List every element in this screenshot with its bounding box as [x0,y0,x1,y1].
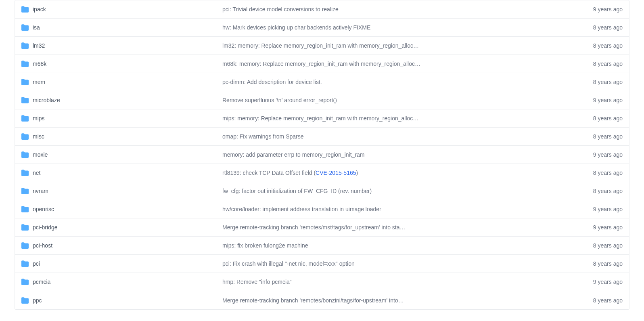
folder-icon-cell [21,78,33,86]
commit-age: 9 years ago [578,97,623,103]
file-name-cell: microblaze [33,97,222,103]
commit-message-link[interactable]: rtl8139: check TCP Data Offset field (CV… [222,170,358,176]
folder-icon [21,133,29,140]
folder-link[interactable]: openrisc [33,206,54,212]
commit-message-cell: m68k: memory: Replace memory_region_init… [222,61,578,67]
commit-message-link[interactable]: memory: add parameter errp to memory_reg… [222,151,364,158]
commit-message-link[interactable]: omap: Fix warnings from Sparse [222,133,304,140]
folder-link[interactable]: misc [33,133,44,140]
folder-icon-cell [21,151,33,158]
folder-icon-cell [21,24,33,31]
folder-icon [21,187,29,195]
folder-icon-cell [21,242,33,249]
commit-message-link[interactable]: mips: memory: Replace memory_region_init… [222,115,418,122]
table-row: isahw: Mark devices picking up char back… [15,19,629,37]
commit-message-cell: Remove superfluous '\n' around error_rep… [222,97,578,103]
folder-icon [21,24,29,31]
commit-message-cell: mips: fix broken fulong2e machine [222,242,578,249]
commit-message-link[interactable]: Remove superfluous '\n' around error_rep… [222,97,337,103]
file-name-cell: pci [33,260,222,267]
table-row: lm32lm32: memory: Replace memory_region_… [15,37,629,55]
table-row: openrischw/core/loader: implement addres… [15,200,629,218]
folder-icon-cell [21,42,33,49]
commit-message-link[interactable]: Merge remote-tracking branch 'remotes/ms… [222,224,406,231]
folder-link[interactable]: pci [33,260,40,267]
commit-message-link[interactable]: hmp: Remove "info pcmcia" [222,279,292,285]
file-name-cell: lm32 [33,42,222,49]
commit-message-cell: rtl8139: check TCP Data Offset field (CV… [222,170,578,176]
file-name-cell: ppc [33,297,222,304]
folder-icon-cell [21,187,33,195]
commit-message-cell: omap: Fix warnings from Sparse [222,133,578,140]
commit-message-cell: Merge remote-tracking branch 'remotes/bo… [222,297,578,304]
folder-link[interactable]: net [33,170,40,176]
folder-link[interactable]: moxie [33,151,48,158]
folder-link[interactable]: lm32 [33,42,45,49]
file-name-cell: net [33,170,222,176]
commit-age: 9 years ago [578,279,623,285]
folder-icon [21,42,29,49]
table-row: ipackpci: Trivial device model conversio… [15,0,629,19]
folder-link[interactable]: pcmcia [33,279,50,285]
commit-message-link[interactable]: mips: fix broken fulong2e machine [222,242,308,249]
folder-link[interactable]: nvram [33,188,48,194]
commit-message-cell: lm32: memory: Replace memory_region_init… [222,42,578,49]
folder-link[interactable]: pci-bridge [33,224,57,231]
table-row: pci-hostmips: fix broken fulong2e machin… [15,237,629,255]
file-name-cell: moxie [33,151,222,158]
commit-message-link[interactable]: fw_cfg: factor out initialization of FW_… [222,188,372,194]
folder-icon [21,6,29,13]
commit-message-cell: pci: Trivial device model conversions to… [222,6,578,13]
folder-icon [21,169,29,176]
table-row: ppcMerge remote-tracking branch 'remotes… [15,291,629,309]
commit-message-link[interactable]: m68k: memory: Replace memory_region_init… [222,61,420,67]
commit-message-cell: hw/core/loader: implement address transl… [222,206,578,212]
file-name-cell: m68k [33,61,222,67]
folder-link[interactable]: mem [33,79,45,85]
commit-message-link[interactable]: lm32: memory: Replace memory_region_init… [222,42,419,49]
table-row: pci-bridgeMerge remote-tracking branch '… [15,218,629,237]
table-row: pcipci: Fix crash with illegal "-net nic… [15,255,629,273]
table-row: moxiememory: add parameter errp to memor… [15,146,629,164]
folder-icon-cell [21,97,33,104]
table-row: nvramfw_cfg: factor out initialization o… [15,182,629,200]
commit-message-link[interactable]: hw/core/loader: implement address transl… [222,206,381,212]
commit-age: 8 years ago [578,115,623,122]
folder-link[interactable]: ipack [33,6,46,13]
file-name-cell: pcmcia [33,279,222,285]
commit-message-link[interactable]: pci: Trivial device model conversions to… [222,6,339,13]
folder-link[interactable]: mips [33,115,45,122]
table-row: mipsmips: memory: Replace memory_region_… [15,109,629,128]
table-row: mempc-dimm: Add description for device l… [15,73,629,91]
file-name-cell: pci-host [33,242,222,249]
commit-age: 8 years ago [578,242,623,249]
folder-icon-cell [21,297,33,304]
commit-age: 9 years ago [578,224,623,231]
table-row: pcmciahmp: Remove "info pcmcia"9 years a… [15,273,629,291]
folder-link[interactable]: isa [33,24,40,31]
commit-message-link[interactable]: Merge remote-tracking branch 'remotes/bo… [222,297,404,304]
file-name-cell: openrisc [33,206,222,212]
folder-link[interactable]: microblaze [33,97,60,103]
folder-link[interactable]: m68k [33,61,46,67]
file-name-cell: pci-bridge [33,224,222,231]
folder-icon-cell [21,278,33,285]
folder-link[interactable]: ppc [33,297,42,304]
commit-age: 8 years ago [578,42,623,49]
folder-icon [21,297,29,304]
commit-message-cell: mips: memory: Replace memory_region_init… [222,115,578,122]
folder-link[interactable]: pci-host [33,242,52,249]
commit-message-link[interactable]: pci: Fix crash with illegal "-net nic, m… [222,260,355,267]
folder-icon [21,115,29,122]
folder-icon-cell [21,60,33,67]
commit-message-link[interactable]: pc-dimm: Add description for device list… [222,79,322,85]
commit-message-cell: fw_cfg: factor out initialization of FW_… [222,188,578,194]
folder-icon-cell [21,206,33,213]
folder-icon [21,242,29,249]
table-row: miscomap: Fix warnings from Sparse8 year… [15,128,629,146]
folder-icon [21,260,29,267]
commit-message-cell: pci: Fix crash with illegal "-net nic, m… [222,260,578,267]
commit-age: 8 years ago [578,61,623,67]
commit-message-link[interactable]: hw: Mark devices picking up char backend… [222,24,370,31]
issue-link[interactable]: CVE-2015-5165 [316,170,356,176]
